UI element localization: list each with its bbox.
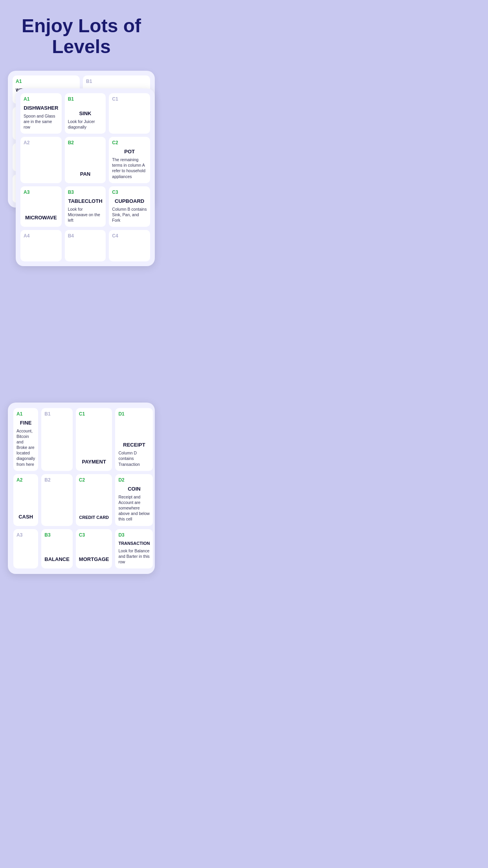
cell-title: POT (112, 147, 147, 155)
cell-b3-finance: B3 BALANCE (41, 529, 73, 569)
cell-c1: C1 (109, 93, 150, 134)
cell-label: A1 (24, 96, 59, 102)
cell-d2-finance: D2 COIN Receipt and Account are somewher… (115, 474, 153, 526)
cell-desc: Look for Microwave on the left (68, 206, 103, 223)
cell-title: SINK (68, 109, 103, 117)
cell-b2-finance: B2 (41, 474, 73, 526)
cell-label: C4 (112, 233, 147, 239)
cell-label: C2 (79, 477, 109, 483)
cell-c4: C4 (109, 230, 150, 261)
cell-c3-finance: C3 MORTGAGE (76, 529, 112, 569)
cell-label: A1 (16, 79, 77, 84)
cell-label: B3 (44, 532, 70, 538)
cell-title: TRANSACTION (118, 539, 150, 546)
cell-label: A3 (24, 189, 59, 195)
cell-a3-finance: A3 (13, 529, 38, 569)
cell-title: TABLECLOTH (68, 197, 103, 205)
cell-label: D1 (118, 411, 150, 417)
card-finance: A1 FINE Account, Bitcoin and Broke are l… (8, 403, 155, 574)
cell-a1: A1 DISHWASHER Spoon and Glass are in the… (20, 93, 62, 134)
cell-a2: A2 (20, 137, 62, 183)
cell-title: MICROWAVE (24, 213, 59, 221)
cell-c2: C2 POT The remaining terms in column A r… (109, 137, 150, 183)
cell-title: COIN (118, 484, 150, 493)
cell-desc: Spoon and Glass are in the same row (24, 113, 59, 130)
cell-d1-finance: D1 RECEIPT Column D contains Transaction (115, 408, 153, 471)
cell-label: B2 (68, 140, 103, 145)
cell-title: BALANCE (44, 555, 70, 563)
cell-label: C1 (79, 411, 109, 417)
cell-title: PAN (68, 169, 103, 178)
cell-desc: The remaining terms in column A refer to… (112, 157, 147, 179)
cell-label: B1 (86, 79, 147, 84)
page-title: Enjoy Lots of Levels (8, 16, 155, 57)
cell-a4: A4 (20, 230, 62, 261)
cell-title: RECEIPT (118, 440, 150, 449)
cell-label: B1 (68, 96, 103, 102)
cell-title: CREDIT CARD (79, 513, 109, 520)
cell-b3: B3 TABLECLOTH Look for Microwave on the … (65, 186, 106, 227)
cell-label: C3 (79, 532, 109, 538)
cell-label: C3 (112, 189, 147, 195)
cell-desc: Look for Juicer diagonally (68, 119, 103, 130)
cell-desc: Receipt and Account are somewhere above … (118, 494, 150, 522)
cell-label: B1 (44, 411, 70, 417)
cell-label: C2 (112, 140, 147, 145)
cell-c2-finance: C2 CREDIT CARD (76, 474, 112, 526)
cell-c1-finance: C1 PAYMENT (76, 408, 112, 471)
cell-label: A2 (17, 477, 35, 483)
cell-label: D3 (118, 532, 150, 538)
cell-title: DISHWASHER (24, 103, 59, 112)
card2-grid: A1 DISHWASHER Spoon and Glass are in the… (20, 93, 150, 262)
cell-label: A3 (17, 532, 35, 538)
card3-grid: A1 FINE Account, Bitcoin and Broke are l… (13, 408, 149, 569)
card-stack-1: A1 WEDNESDAY A2 is the day before Tuesda… (8, 71, 155, 283)
cell-a3: A3 MICROWAVE (20, 186, 62, 227)
cell-b1: B1 SINK Look for Juicer diagonally (65, 93, 106, 134)
cell-desc: Column B contains Sink, Pan, and Fork (112, 206, 147, 223)
cell-b1-finance: B1 (41, 408, 73, 471)
cell-title: FINE (17, 418, 35, 427)
cell-label: B3 (68, 189, 103, 195)
card-front-dishwasher: A1 DISHWASHER Spoon and Glass are in the… (16, 88, 155, 267)
cell-b4: B4 (65, 230, 106, 261)
cell-d3-finance: D3 TRANSACTION Look for Balance and Bart… (115, 529, 153, 569)
cell-desc: Column D contains Transaction (118, 450, 150, 467)
cell-title: CUPBOARD (112, 197, 147, 205)
cell-label: B2 (44, 477, 70, 483)
cell-b2: B2 PAN (65, 137, 106, 183)
cell-label: A1 (17, 411, 35, 417)
cell-label: B4 (68, 233, 103, 239)
cell-title: CASH (17, 512, 35, 520)
cell-c3: C3 CUPBOARD Column B contains Sink, Pan,… (109, 186, 150, 227)
cell-desc: Account, Bitcoin and Broke are located d… (17, 428, 35, 467)
cell-label: D2 (118, 477, 150, 483)
cell-a2-finance: A2 CASH (13, 474, 38, 526)
cell-a1-finance: A1 FINE Account, Bitcoin and Broke are l… (13, 408, 38, 471)
cell-label: C1 (112, 96, 147, 102)
cell-desc: Look for Balance and Barter in this row (118, 548, 150, 565)
cell-title: MORTGAGE (79, 555, 109, 563)
cell-title: PAYMENT (79, 457, 109, 465)
cell-label: A2 (24, 140, 59, 145)
cell-label: A4 (24, 233, 59, 239)
